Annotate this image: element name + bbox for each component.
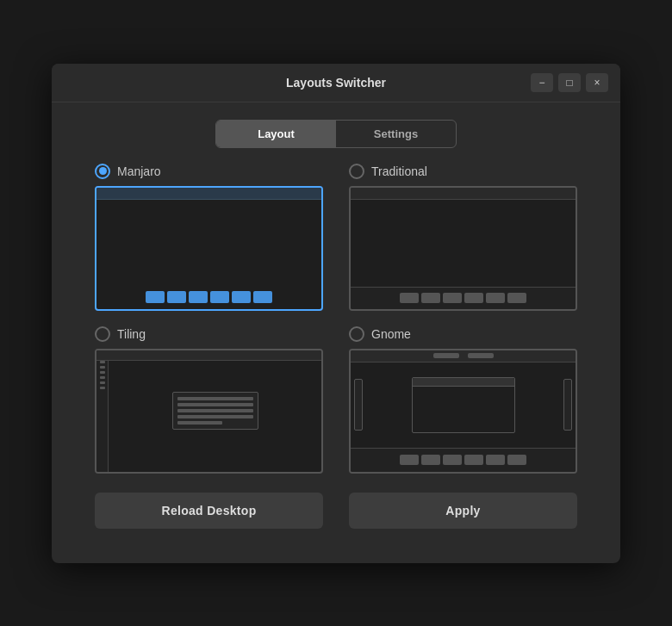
layout-option-gnome: Gnome <box>349 326 577 474</box>
trad-taskbar-items <box>400 293 526 303</box>
gnome-taskbar-item <box>464 455 483 465</box>
traditional-radio-label[interactable]: Traditional <box>349 164 577 179</box>
gnome-topbar-item <box>468 353 494 358</box>
tiling-radio-label[interactable]: Tiling <box>95 326 323 342</box>
tab-bar: Layout Settings <box>215 120 457 148</box>
tiling-preview-box[interactable] <box>95 349 323 474</box>
trad-taskbar-item <box>400 293 419 303</box>
sidebar-dot <box>100 387 105 389</box>
tiling-label: Tiling <box>117 327 146 341</box>
window-row <box>177 403 253 406</box>
titlebar: Layouts Switcher − □ × <box>52 64 620 102</box>
gnome-topbar <box>351 350 576 363</box>
apply-button[interactable]: Apply <box>349 493 577 529</box>
tiling-preview <box>96 350 321 472</box>
gnome-taskbar-items <box>400 455 526 465</box>
gnome-left-panel <box>354 379 363 431</box>
gnome-taskbar <box>351 448 576 472</box>
close-button[interactable]: × <box>586 73 608 92</box>
tab-settings[interactable]: Settings <box>336 121 456 147</box>
taskbar-item <box>167 291 186 303</box>
taskbar-item <box>253 291 272 303</box>
traditional-preview-box[interactable] <box>349 186 577 311</box>
manjaro-preview-box[interactable] <box>95 186 323 311</box>
sidebar-dot <box>100 371 105 374</box>
layout-option-traditional: Traditional <box>349 164 577 311</box>
gnome-taskbar-item <box>421 455 440 465</box>
trad-taskbar-item <box>421 293 440 303</box>
manjaro-radio[interactable] <box>95 164 110 179</box>
gnome-label: Gnome <box>371 327 411 341</box>
taskbar-items <box>146 291 272 303</box>
gnome-right-panel <box>563 379 572 431</box>
window-row <box>177 397 253 400</box>
sidebar-dot <box>100 381 105 384</box>
manjaro-radio-label[interactable]: Manjaro <box>95 164 323 179</box>
gnome-window-top <box>413 378 514 387</box>
gnome-radio-label[interactable]: Gnome <box>349 326 577 342</box>
gnome-window <box>412 377 515 433</box>
tiling-radio[interactable] <box>95 326 110 342</box>
gnome-taskbar-item <box>486 455 505 465</box>
manjaro-label: Manjaro <box>117 164 161 178</box>
taskbar-item <box>232 291 251 303</box>
minimize-button[interactable]: − <box>531 73 553 92</box>
content-area: Layout Settings Manjaro <box>52 102 620 551</box>
taskbar-item <box>189 291 208 303</box>
layout-option-tiling: Tiling <box>95 326 323 474</box>
window-row <box>177 409 253 412</box>
window-controls: − □ × <box>531 73 608 92</box>
manjaro-preview <box>96 188 321 309</box>
sidebar-dot <box>100 361 105 363</box>
taskbar-item <box>210 291 229 303</box>
tiling-window <box>172 392 258 430</box>
tiling-sidebar <box>96 350 109 472</box>
main-window: Layouts Switcher − □ × Layout Settings M… <box>52 64 620 563</box>
tab-layout[interactable]: Layout <box>216 121 336 147</box>
manjaro-topbar <box>96 188 321 200</box>
gnome-topbar-item <box>433 353 459 358</box>
layouts-grid: Manjaro <box>95 164 577 474</box>
trad-taskbar-item <box>507 293 526 303</box>
traditional-label: Traditional <box>371 164 427 178</box>
sidebar-dot <box>100 376 105 379</box>
trad-taskbar-item <box>486 293 505 303</box>
maximize-button[interactable]: □ <box>558 73 581 92</box>
traditional-topbar <box>351 188 576 200</box>
manjaro-taskbar <box>96 285 321 309</box>
window-title: Layouts Switcher <box>286 76 386 90</box>
traditional-taskbar <box>351 287 576 309</box>
window-row <box>177 421 223 425</box>
gnome-preview-box[interactable] <box>349 349 577 474</box>
gnome-radio[interactable] <box>349 326 364 342</box>
gnome-main <box>351 363 576 448</box>
gnome-taskbar-item <box>400 455 419 465</box>
tiling-main <box>109 350 321 472</box>
traditional-preview <box>351 188 576 309</box>
gnome-taskbar-item <box>443 455 462 465</box>
trad-taskbar-item <box>464 293 483 303</box>
buttons-row: Reload Desktop Apply <box>95 493 577 529</box>
sidebar-dot <box>100 366 105 369</box>
gnome-taskbar-item <box>507 455 526 465</box>
reload-desktop-button[interactable]: Reload Desktop <box>95 493 323 529</box>
window-row <box>177 415 253 418</box>
trad-taskbar-item <box>443 293 462 303</box>
gnome-preview <box>351 350 576 472</box>
taskbar-item <box>146 291 165 303</box>
traditional-radio[interactable] <box>349 164 364 179</box>
layout-option-manjaro: Manjaro <box>95 164 323 311</box>
